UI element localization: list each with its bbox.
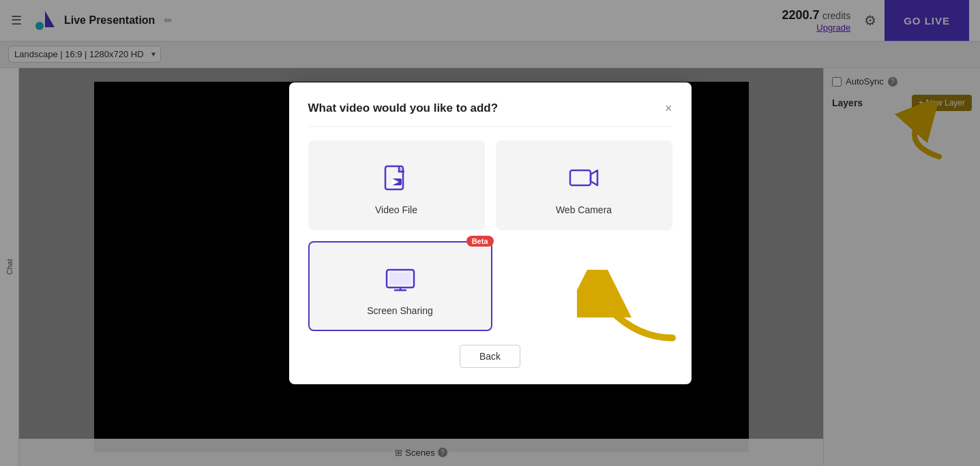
screen-sharing-option[interactable]: Beta Screen Sharing xyxy=(308,241,492,331)
video-file-label: Video File xyxy=(375,204,417,215)
web-camera-label: Web Camera xyxy=(556,204,612,215)
web-camera-icon xyxy=(567,164,600,196)
svg-rect-11 xyxy=(389,273,411,285)
modal-options-grid: Video File Web Camera xyxy=(308,140,672,230)
screen-sharing-arrow-annotation xyxy=(577,270,686,352)
screen-sharing-row: Beta Screen Sharing xyxy=(308,241,672,331)
modal-header: What video would you like to add? × xyxy=(308,102,672,127)
modal-overlay: What video would you like to add? × Vide… xyxy=(0,0,980,466)
video-file-option[interactable]: Video File xyxy=(308,140,485,230)
video-file-icon xyxy=(380,164,413,196)
svg-marker-7 xyxy=(591,170,597,185)
modal-footer: Back xyxy=(308,345,672,368)
add-video-modal: What video would you like to add? × Vide… xyxy=(289,82,692,384)
screen-sharing-icon xyxy=(384,264,417,297)
modal-title: What video would you like to add? xyxy=(308,102,499,115)
screen-sharing-label: Screen Sharing xyxy=(367,305,433,316)
modal-close-button[interactable]: × xyxy=(665,102,672,114)
svg-rect-6 xyxy=(570,170,591,185)
beta-badge: Beta xyxy=(466,236,494,247)
web-camera-option[interactable]: Web Camera xyxy=(496,140,672,230)
back-button[interactable]: Back xyxy=(460,345,520,368)
